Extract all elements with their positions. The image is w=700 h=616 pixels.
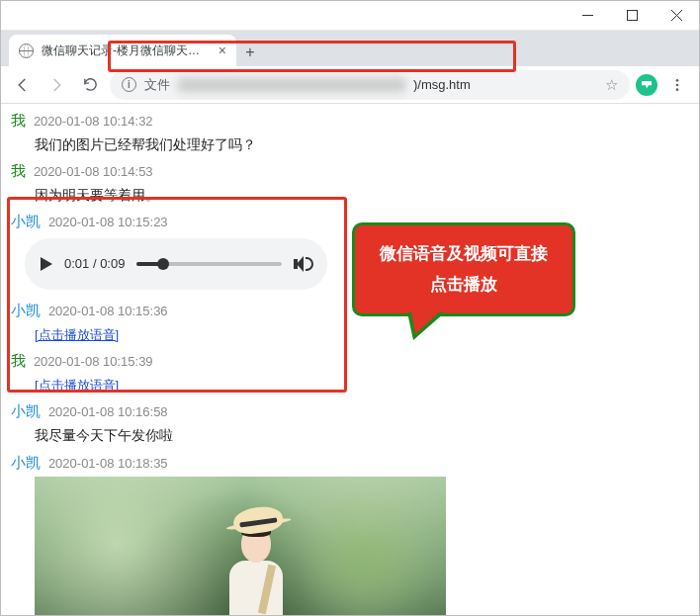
sender-name: 小凯: [11, 213, 41, 229]
message-text: 因为明天要等着用。: [35, 186, 689, 206]
message-row: 小凯 2020-01-08 10:16:58 我尽量今天下午发你啦: [11, 400, 689, 445]
tab-bar: 微信聊天记录-楼月微信聊天记录 × +: [1, 31, 699, 66]
forward-button[interactable]: [43, 71, 70, 99]
url-scheme-label: 文件: [144, 76, 170, 94]
reload-button[interactable]: [76, 71, 104, 99]
close-button[interactable]: [655, 1, 699, 31]
callout-line: 微信语音及视频可直接: [365, 239, 563, 270]
message-row: 我 2020-01-08 10:15:39 [点击播放语音]: [11, 350, 689, 395]
address-bar[interactable]: i 文件 )/msg.htm ☆: [110, 70, 630, 100]
message-row: 我 2020-01-08 10:14:53 因为明天要等着用。: [11, 160, 689, 205]
svg-point-3: [676, 88, 679, 91]
message-row: 小凯 2020-01-08 10:15:36 [点击播放语音]: [11, 300, 689, 344]
callout-tail-icon: [407, 312, 445, 340]
volume-icon[interactable]: [294, 255, 311, 273]
browser-toolbar: i 文件 )/msg.htm ☆: [1, 66, 699, 104]
svg-point-1: [676, 79, 679, 82]
svg-rect-0: [628, 11, 638, 21]
audio-player[interactable]: 0:01 / 0:09: [25, 238, 327, 290]
browser-tab[interactable]: 微信聊天记录-楼月微信聊天记录 ×: [9, 35, 236, 66]
extension-icon[interactable]: [636, 74, 657, 96]
message-row: 我 2020-01-08 10:14:32 我们的图片已经帮我们处理好了吗？: [11, 110, 689, 154]
message-timestamp: 2020-01-08 10:14:53: [34, 164, 153, 179]
tab-title: 微信聊天记录-楼月微信聊天记录: [42, 43, 211, 59]
url-suffix: )/msg.htm: [413, 77, 471, 92]
audio-time: 0:01 / 0:09: [64, 255, 125, 273]
message-timestamp: 2020-01-08 10:16:58: [48, 404, 168, 419]
play-voice-link[interactable]: [点击播放语音]: [35, 378, 119, 393]
callout-line: 点击播放: [365, 270, 563, 301]
window-titlebar: [1, 1, 699, 31]
message-timestamp: 2020-01-08 10:15:36: [48, 304, 168, 318]
sender-name: 我: [11, 162, 26, 179]
message-row: 小凯 2020-01-08 10:15:23 0:01 / 0:09: [11, 211, 689, 290]
message-text: 我们的图片已经帮我们处理好了吗？: [35, 135, 689, 155]
menu-button[interactable]: [663, 71, 691, 99]
bookmark-star-icon[interactable]: ☆: [605, 76, 618, 94]
globe-icon: [19, 44, 34, 58]
sender-name: 我: [11, 112, 26, 129]
sender-name: 小凯: [11, 454, 41, 471]
sender-name: 小凯: [11, 402, 41, 419]
page-content: 我 2020-01-08 10:14:32 我们的图片已经帮我们处理好了吗？ 我…: [1, 104, 699, 615]
tab-close-icon[interactable]: ×: [219, 43, 226, 58]
message-text: 我尽量今天下午发你啦: [35, 426, 689, 446]
maximize-button[interactable]: [610, 1, 655, 31]
message-image[interactable]: [35, 477, 446, 615]
message-timestamp: 2020-01-08 10:15:23: [48, 215, 168, 229]
minimize-button[interactable]: [566, 1, 610, 31]
sender-name: 小凯: [11, 302, 41, 318]
url-blurred-segment: [178, 78, 405, 92]
svg-point-2: [676, 83, 679, 86]
message-timestamp: 2020-01-08 10:18:35: [48, 456, 168, 471]
annotation-callout: 微信语音及视频可直接 点击播放: [352, 222, 575, 316]
sender-name: 我: [11, 352, 26, 369]
message-row: 小凯 2020-01-08 10:18:35: [11, 452, 689, 615]
play-voice-link[interactable]: [点击播放语音]: [35, 327, 119, 342]
message-timestamp: 2020-01-08 10:15:39: [34, 354, 153, 369]
message-timestamp: 2020-01-08 10:14:32: [34, 114, 153, 129]
seek-bar[interactable]: [136, 262, 282, 266]
back-button[interactable]: [9, 71, 37, 99]
play-icon[interactable]: [41, 257, 52, 271]
info-icon[interactable]: i: [122, 77, 136, 92]
new-tab-button[interactable]: +: [236, 39, 264, 66]
